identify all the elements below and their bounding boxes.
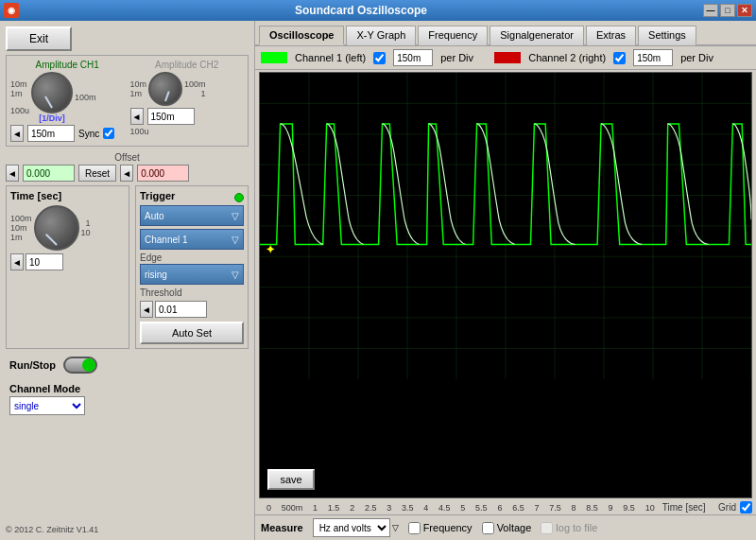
frequency-checkbox[interactable] [408, 522, 421, 534]
left-panel: Exit Amplitude CH1 10m 1m 100u [1/Di [0, 21, 255, 540]
voltage-checkbox[interactable] [482, 522, 494, 534]
time-knob-marker [44, 234, 57, 246]
sync-label: Sync [78, 129, 99, 139]
time-knob-row: 100m 10m 1m 1 10 [10, 205, 125, 251]
trigger-title: Trigger [140, 190, 175, 201]
ch1-value-down[interactable]: ◄ [10, 125, 24, 142]
time-title: Time [sec] [10, 190, 125, 201]
offset-title: Offset [6, 152, 249, 163]
amp-ch1-title: Amplitude CH1 [10, 60, 125, 70]
ch1-color-indicator [261, 52, 287, 63]
autoset-button[interactable]: Auto Set [140, 322, 244, 344]
app-icon: ◉ [4, 3, 19, 18]
frequency-label-text: Frequency [423, 522, 472, 533]
runstop-knob[interactable] [63, 357, 97, 374]
time-label: Time [sec] [662, 502, 706, 513]
time-value-down[interactable]: ◄ [10, 253, 24, 270]
trigger-mode-label: Auto [145, 211, 164, 221]
ch2-perdiv-unit: per Div [680, 52, 713, 63]
ch1-value-input[interactable]: 150m [27, 125, 75, 142]
runstop-label: Run/Stop [9, 359, 56, 371]
edge-value: rising [145, 270, 167, 280]
ch1-knob-marker [44, 96, 53, 108]
ch2-knob-marker [164, 91, 170, 101]
edge-dropdown[interactable]: rising ▽ [140, 264, 244, 285]
reset-button[interactable]: Reset [78, 165, 116, 182]
tabs-bar: Oscilloscope X-Y Graph Frequency Signalg… [255, 21, 756, 46]
ch2-knob-area: 10m 1m 100m 1 [130, 72, 245, 106]
ch1-offset-down[interactable]: ◄ [6, 165, 19, 182]
minimize-button[interactable]: — [703, 4, 718, 17]
window-controls: — □ ✕ [703, 4, 752, 17]
measure-dropdown-arrow: ▽ [392, 523, 399, 532]
close-button[interactable]: ✕ [737, 4, 752, 17]
tab-xy-graph[interactable]: X-Y Graph [346, 26, 416, 45]
ch2-perdiv-input[interactable]: 150m [633, 49, 673, 66]
right-panel: Oscilloscope X-Y Graph Frequency Signalg… [255, 21, 756, 540]
ch1-left-labels: 10m 1m 100u [10, 79, 29, 115]
log-checkbox[interactable] [541, 522, 553, 534]
amplitude-section: Amplitude CH1 10m 1m 100u [1/Div] [6, 55, 249, 147]
ch1-perdiv-input[interactable]: 150m [393, 49, 433, 66]
ch1-checkbox[interactable] [373, 52, 386, 64]
maximize-button[interactable]: □ [720, 4, 735, 17]
ch2-offset-down[interactable]: ◄ [120, 165, 133, 182]
amplitude-ch1: Amplitude CH1 10m 1m 100u [1/Div] [10, 60, 125, 142]
tab-settings[interactable]: Settings [638, 26, 696, 45]
ch1-perdiv-unit: per Div [440, 52, 473, 63]
time-axis-row: 0 500m 1 1.5 2 2.5 3 3.5 4 4.5 5 5.5 6 6… [255, 500, 756, 514]
tab-signalgenerator[interactable]: Signalgenerator [490, 26, 584, 45]
time-value-input[interactable]: 10 [26, 253, 63, 270]
ch2-sync-row: ◄ 150m [130, 108, 245, 125]
save-button[interactable]: save [267, 469, 315, 490]
ch2-knob[interactable] [148, 72, 182, 106]
voltage-measure-label: Voltage [482, 522, 532, 534]
ch2-right-labels: 100m 1 [184, 79, 206, 98]
threshold-down[interactable]: ◄ [140, 301, 153, 318]
ch2-checkbox[interactable] [613, 52, 626, 64]
log-label-text: log to file [556, 522, 597, 533]
time-knob[interactable] [34, 205, 79, 251]
ch2-value-input[interactable]: 150m [147, 108, 195, 125]
ch2-offset-input[interactable]: 0.000 [137, 165, 189, 182]
ch2-100u-label: 100u [130, 127, 245, 136]
trigger-mode-dropdown[interactable]: Auto ▽ [140, 205, 244, 226]
amplitude-ch2: Amplitude CH2 10m 1m 100m 1 ◄ [130, 60, 245, 142]
trigger-channel-dropdown[interactable]: Channel 1 ▽ [140, 229, 244, 250]
ch1-label: Channel 1 (left) [295, 52, 366, 63]
ch1-knob[interactable]: [1/Div] [31, 72, 73, 123]
threshold-input[interactable]: 0.01 [155, 301, 207, 318]
time-trigger-row: Time [sec] 100m 10m 1m 1 10 [6, 185, 249, 349]
grid-checkbox[interactable] [740, 501, 752, 514]
exit-button[interactable]: Exit [6, 26, 72, 51]
trigger-header: Trigger [140, 190, 244, 205]
ch2-value-down[interactable]: ◄ [130, 108, 144, 125]
ch1-knob-body[interactable] [31, 72, 73, 113]
main-container: Exit Amplitude CH1 10m 1m 100u [1/Di [0, 21, 756, 540]
log-measure-label: log to file [541, 522, 597, 534]
ch1-knob-area: 10m 1m 100u [1/Div] 100m [10, 72, 125, 123]
channel-mode-dropdown[interactable]: single dual [9, 396, 85, 415]
voltage-label-text: Voltage [497, 522, 532, 533]
time-section: Time [sec] 100m 10m 1m 1 10 [6, 185, 129, 349]
amp-ch2-title: Amplitude CH2 [130, 60, 245, 70]
trigger-mode-arrow: ▽ [232, 211, 239, 221]
threshold-label: Threshold [140, 287, 244, 298]
ch2-color-indicator [494, 52, 521, 63]
time-value-row: ◄ 10 [10, 253, 125, 270]
sync-checkbox[interactable] [103, 128, 114, 139]
channel-mode-section: Channel Mode single dual [6, 381, 249, 417]
ch2-label: Channel 2 (right) [528, 52, 606, 63]
tab-frequency[interactable]: Frequency [418, 26, 488, 45]
grid-row: Time [sec] Grid [662, 501, 752, 514]
grid-label: Grid [718, 502, 736, 513]
tab-extras[interactable]: Extras [586, 26, 636, 45]
ch1-offset-input[interactable]: 0.000 [23, 165, 75, 182]
measure-dropdown[interactable]: Hz and volts RMS [313, 518, 390, 537]
edge-arrow: ▽ [232, 270, 239, 280]
edge-label: Edge [140, 253, 244, 263]
svg-text:✦: ✦ [266, 243, 275, 255]
measure-bar: Measure Hz and volts RMS ▽ Frequency Vol… [255, 514, 756, 540]
ch1-unit-label: [1/Div] [31, 113, 73, 123]
tab-oscilloscope[interactable]: Oscilloscope [259, 26, 344, 45]
